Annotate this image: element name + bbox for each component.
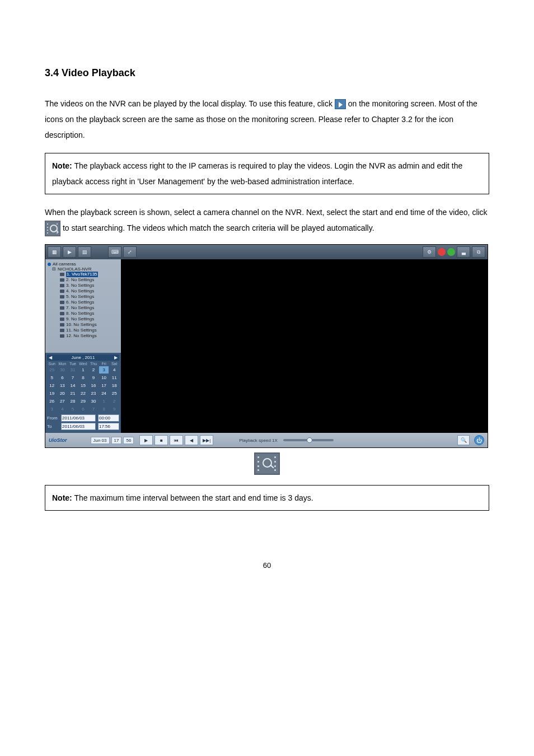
cal-day[interactable]: 24 [99,390,109,397]
monitor-button[interactable]: ▦ [48,246,61,258]
cal-day[interactable]: 2 [88,366,99,374]
cal-dow: Tue [68,362,78,366]
calendar[interactable]: ◀ June , 2011 ▶ SunMonTueWedThuFriSat293… [45,353,121,433]
minimize-icon[interactable]: ▃ [457,246,470,258]
cal-day[interactable]: 30 [88,398,99,405]
cal-day[interactable]: 18 [109,382,119,389]
date-chip: 17 [111,437,122,444]
cal-day[interactable]: 19 [47,390,57,397]
camera-item[interactable]: 3. No Settings [60,283,119,288]
section-heading: 3.4 Video Playback [45,67,489,79]
cal-day[interactable]: 31 [68,366,78,374]
rewind-button[interactable]: ◀ [185,435,198,445]
camera-item[interactable]: 4. No Settings [60,288,119,294]
note-1-text: The playback access right to the IP came… [52,161,462,186]
camera-selected[interactable]: 1. VivoTek7135 [66,272,98,277]
cal-day[interactable]: 14 [68,382,78,389]
cal-day[interactable]: 5 [47,374,57,381]
cal-day[interactable]: 5 [68,405,78,413]
zoom-button[interactable]: 🔍 [457,435,470,445]
cal-day[interactable]: 27 [58,398,68,405]
cal-day[interactable]: 26 [47,398,57,405]
play-button[interactable]: ▶ [139,435,153,445]
paragraph-1-a: The videos on the NVR can be played by t… [45,99,335,108]
power-button[interactable]: ⏻ [474,435,484,445]
cal-day[interactable]: 9 [109,405,119,413]
camera-item[interactable]: 12. No Settings [60,333,119,339]
footer-bar: UioStor Jun 031756 ▶■⏮◀▶▶| Playback spee… [45,433,488,447]
search-icon-large [254,452,280,475]
cal-day[interactable]: 16 [88,382,99,389]
cal-title: June , 2011 [72,355,95,360]
cal-day[interactable]: 6 [58,374,68,381]
paragraph-2: When the playback screen is shown, selec… [45,204,489,236]
prev-button[interactable]: ⏮ [170,435,183,445]
cal-day[interactable]: 8 [78,374,88,381]
from-date-input[interactable] [61,414,96,422]
camera-item[interactable]: 8. No Settings [60,311,119,316]
cal-day[interactable]: 20 [58,390,68,397]
from-label: From [47,416,59,421]
fastforward-button[interactable]: ▶▶| [200,435,213,445]
cal-day[interactable]: 17 [99,382,109,389]
cal-day[interactable]: 23 [88,390,99,397]
camera-item[interactable]: 11. No Settings [60,328,119,333]
cal-prev-icon[interactable]: ◀ [49,355,52,360]
cal-day[interactable]: 15 [78,382,88,389]
speed-label: Playback speed 1X [239,438,278,443]
camera-item[interactable]: 6. No Settings [60,300,119,305]
fullscreen-icon[interactable]: ⤢ [123,246,137,258]
cal-day[interactable]: 8 [99,405,109,413]
play-icon [335,99,346,109]
status-red-icon [438,248,446,256]
cal-next-icon[interactable]: ▶ [114,355,118,360]
cal-day[interactable]: 7 [68,374,78,381]
camera-item[interactable]: 2. No Settings [60,277,119,283]
cal-day[interactable]: 13 [58,382,68,389]
settings-icon[interactable]: ⚙ [423,246,436,258]
cal-day[interactable]: 22 [78,390,88,397]
speed-slider[interactable] [283,439,334,441]
camera-item[interactable]: 7. No Settings [60,305,119,311]
cal-day[interactable]: 12 [47,382,57,389]
playback-button[interactable]: ▶ [63,246,76,258]
playback-screenshot: ▦ ▶ ▤ ⌨ ⤢ ⚙ ▃ ⧉ All cameras ⊟NICHOLAS-NV… [45,244,488,448]
camera-item[interactable]: 10. No Settings [60,322,119,328]
cal-dow: Sat [109,362,119,366]
cal-day[interactable]: 4 [58,405,68,413]
cal-day[interactable]: 28 [68,398,78,405]
video-area [121,259,488,433]
cal-day[interactable]: 25 [109,390,119,397]
page-number: 60 [45,561,489,570]
cal-day[interactable]: 3 [47,405,57,413]
cal-day[interactable]: 30 [58,366,68,374]
cal-day[interactable]: 10 [99,374,109,381]
cal-day[interactable]: 29 [78,398,88,405]
cal-dow: Wed [78,362,88,366]
cal-day[interactable]: 1 [78,366,88,374]
close-icon[interactable]: ⧉ [472,246,485,258]
camera-item[interactable]: 5. No Settings [60,294,119,300]
camera-tree[interactable]: All cameras ⊟NICHOLAS-NVR 1. VivoTek7135… [45,259,121,353]
note-box-2: Note: The maximum time interval between … [45,485,489,511]
camera-item[interactable]: 9. No Settings [60,316,119,322]
to-time-input[interactable] [98,423,119,430]
cal-dow: Sun [47,362,57,366]
cal-day[interactable]: 4 [109,366,119,374]
cal-day[interactable]: 1 [99,398,109,405]
cal-day[interactable]: 29 [47,366,57,374]
cal-day[interactable]: 21 [68,390,78,397]
cal-day[interactable]: 2 [109,398,119,405]
layout-button[interactable]: ▤ [78,246,91,258]
cal-day[interactable]: 6 [78,405,88,413]
stop-button[interactable]: ■ [154,435,168,445]
cal-day[interactable]: 11 [109,374,119,381]
keyboard-icon[interactable]: ⌨ [108,246,121,258]
cal-day[interactable]: 7 [88,405,99,413]
paragraph-1: The videos on the NVR can be played by t… [45,96,489,143]
cal-day[interactable]: 3 [99,366,109,374]
cal-day[interactable]: 9 [88,374,99,381]
to-date-input[interactable] [61,423,96,430]
search-icon [45,221,60,236]
from-time-input[interactable] [98,414,119,422]
